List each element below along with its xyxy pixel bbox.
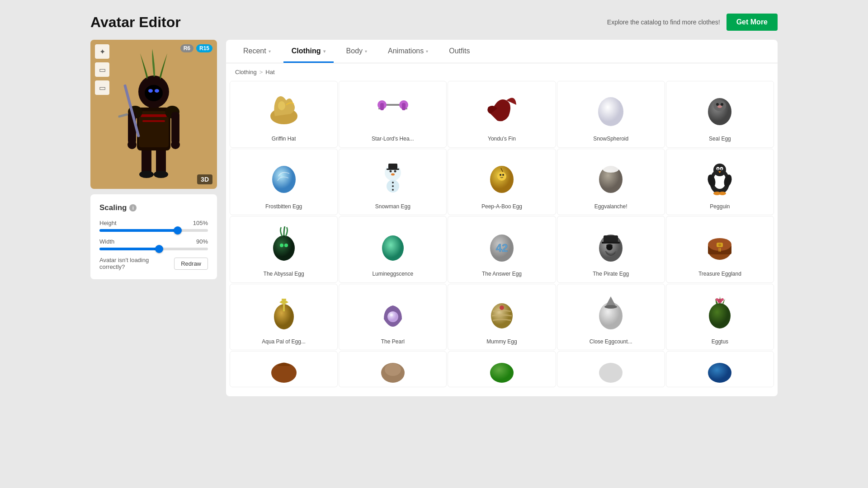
svg-point-82 [390, 314, 393, 316]
svg-text:42: 42 [496, 242, 508, 254]
yondu-icon [484, 91, 520, 127]
item-card-answer-egg[interactable]: 42 The Answer Egg [448, 216, 556, 283]
get-more-button[interactable]: Get More [726, 14, 778, 31]
item-card-frostbitten[interactable]: Frostbitten Egg [230, 149, 338, 216]
svg-point-38 [394, 170, 396, 172]
redraw-text: Avatar isn't loading correctly? [99, 257, 169, 270]
item-card-b5[interactable] [666, 351, 774, 387]
peepaboo-icon [484, 159, 520, 195]
width-slider-track[interactable] [99, 248, 208, 250]
svg-point-62 [273, 235, 295, 261]
svg-rect-40 [388, 164, 397, 169]
tab-recent[interactable]: Recent ▾ [235, 40, 279, 63]
item-card-snowman[interactable]: Snowman Egg [339, 149, 447, 216]
svg-point-43 [392, 185, 394, 187]
svg-rect-15 [118, 113, 128, 118]
aqua-pal-icon [266, 294, 302, 330]
item-card-eggvalanche[interactable]: Eggvalanche! [557, 149, 665, 216]
svg-point-81 [387, 311, 398, 322]
item-card-griffin-hat[interactable]: Griffin Hat [230, 81, 338, 148]
width-label: Width [99, 238, 114, 245]
item-card-eggtus[interactable]: Eggtus [666, 284, 774, 351]
item-card-aqua-pal[interactable]: Aqua Pal of Egg... [230, 284, 338, 351]
item-card-b3[interactable] [448, 351, 556, 387]
redraw-button[interactable]: Redraw [174, 258, 208, 270]
svg-rect-69 [604, 235, 618, 243]
snowspheroid-icon [593, 91, 629, 127]
item-card-b2[interactable] [339, 351, 447, 387]
avatar-3d-label: 3D [197, 174, 212, 184]
tabs-bar: Recent ▾ Clothing ▾ Body ▾ Animations ▾ … [226, 40, 778, 63]
item-card-yondu[interactable]: Yondu's Fin [448, 81, 556, 148]
item-card-b1[interactable] [230, 351, 338, 387]
avatar-icon-3[interactable]: ▭ [95, 80, 109, 95]
close-eggcount-icon [593, 294, 629, 330]
item-card-snowspheroid[interactable]: SnowSpheroid [557, 81, 665, 148]
tab-animations[interactable]: Animations ▾ [380, 40, 436, 63]
pirate-egg-icon [593, 226, 629, 263]
item-name: The Pirate Egg [593, 271, 629, 278]
item-card-peepaboo[interactable]: Peep-A-Boo Egg [448, 149, 556, 216]
item-card-mummy[interactable]: Mummy Egg [448, 284, 556, 351]
svg-point-96 [708, 363, 731, 383]
item-card-b4[interactable] [557, 351, 665, 387]
svg-point-39 [391, 173, 395, 175]
item-name: Peep-A-Boo Egg [481, 203, 522, 211]
item-card-pearl[interactable]: The Pearl [339, 284, 447, 351]
item-name: Eggtus [712, 338, 728, 346]
svg-rect-41 [387, 169, 399, 170]
svg-rect-11 [171, 112, 179, 144]
svg-point-64 [284, 244, 288, 247]
svg-point-53 [713, 164, 726, 176]
item-card-pegguin[interactable]: Pegguin [666, 149, 774, 216]
width-slider-thumb[interactable] [155, 245, 163, 253]
height-slider-thumb[interactable] [174, 226, 182, 235]
svg-point-44 [392, 189, 394, 191]
svg-point-13 [171, 140, 180, 149]
item-card-abyssal[interactable]: The Abyssal Egg [230, 216, 338, 283]
avatar-icon-1[interactable]: ✦ [95, 44, 109, 59]
avatar-side-icons: ✦ ▭ ▭ [95, 44, 109, 95]
svg-point-76 [718, 244, 721, 246]
tab-outfits[interactable]: Outfits [441, 40, 478, 63]
pearl-icon [375, 294, 411, 330]
svg-rect-6 [141, 114, 167, 117]
item-name: Star-Lord's Hea... [372, 136, 414, 143]
item-name: The Abyssal Egg [264, 271, 304, 278]
item-card-seal-egg[interactable]: Seal Egg [666, 81, 774, 148]
svg-point-22 [278, 101, 285, 110]
svg-point-89 [716, 298, 718, 301]
item-card-starlord[interactable]: Star-Lord's Hea... [339, 81, 447, 148]
svg-point-94 [490, 363, 514, 383]
svg-point-50 [603, 165, 619, 173]
item-card-pirate[interactable]: The Pirate Egg [557, 216, 665, 283]
tab-clothing[interactable]: Clothing ▾ [283, 40, 334, 63]
item-card-treasure[interactable]: II Treasure Eggland [666, 216, 774, 283]
avatar-icon-2[interactable]: ▭ [95, 62, 109, 77]
tab-body[interactable]: Body ▾ [338, 40, 375, 63]
scaling-info-icon[interactable]: i [129, 204, 137, 211]
svg-point-86 [604, 305, 617, 309]
badge-r15: R15 [196, 44, 212, 52]
svg-point-46 [497, 172, 506, 181]
item-card-close-eggcount[interactable]: Close Eggcount... [557, 284, 665, 351]
svg-point-47 [500, 174, 501, 176]
snowman-icon [375, 159, 411, 195]
pegguin-icon [702, 159, 738, 195]
breadcrumb-parent[interactable]: Clothing [235, 69, 257, 75]
svg-point-12 [127, 140, 137, 149]
item-name: Treasure Eggland [698, 271, 741, 278]
item-card-luminegg[interactable]: Lumineggscence [339, 216, 447, 283]
svg-point-34 [272, 166, 296, 193]
items-grid: Griffin Hat Star-Lord's Hea... [226, 81, 778, 387]
header-actions: Explore the catalog to find more clothes… [607, 14, 778, 31]
svg-point-37 [389, 170, 392, 172]
width-scaling-row: Width 90% [99, 238, 208, 250]
item-name: Seal Egg [709, 136, 731, 143]
svg-point-3 [154, 171, 168, 178]
item-name: Eggvalanche! [594, 203, 627, 211]
mummy-icon [484, 294, 520, 330]
item-name: The Answer Egg [482, 271, 522, 278]
scaling-title: Scaling i [99, 203, 208, 212]
height-slider-track[interactable] [99, 229, 208, 232]
